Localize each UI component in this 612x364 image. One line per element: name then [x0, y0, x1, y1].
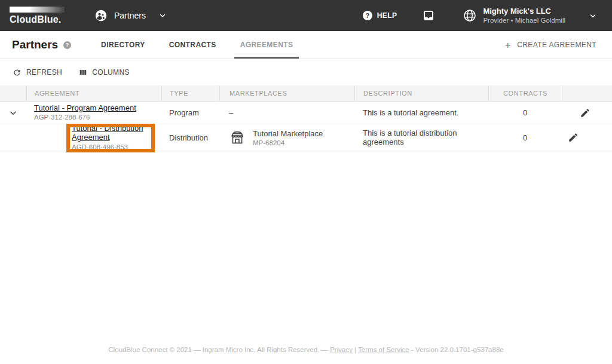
terms-of-service-link[interactable]: Terms of Service: [358, 346, 409, 353]
agreement-cell: Tutorial - Program Agreement AGP-312-288…: [26, 102, 161, 124]
table-row: Tutorial - Program Agreement AGP-312-288…: [0, 102, 612, 124]
logo-gradient-bar: [10, 7, 65, 13]
help-label: HELP: [377, 11, 397, 20]
chevron-down-icon: [9, 109, 17, 117]
columns-icon: [79, 68, 87, 77]
actions-cell: [562, 102, 612, 124]
account-subtitle: Provider • Michael Goldmill: [483, 16, 565, 25]
refresh-icon: [13, 68, 22, 77]
top-bar: CloudBlue. Partners ? HELP: [0, 0, 612, 31]
page-title: Partners: [12, 38, 58, 51]
marketplaces-cell: –: [219, 102, 354, 124]
column-header-description: DESCRIPTION: [354, 85, 488, 101]
agreements-table: AGREEMENT TYPE MARKETPLACES DESCRIPTION …: [0, 85, 612, 151]
columns-button[interactable]: COLUMNS: [79, 68, 130, 77]
help-question-icon: ?: [363, 11, 372, 20]
table-toolbar: REFRESH COLUMNS: [0, 59, 612, 85]
footer-version: - Version 22.0.1701-g537a88e: [411, 346, 504, 353]
page-help-icon[interactable]: ?: [63, 41, 71, 49]
topbar-right-group: ? HELP Mighty Mick's LLC Provider • Mich…: [363, 7, 612, 25]
tab-bar: DIRECTORY CONTRACTS AGREEMENTS: [95, 31, 311, 59]
storefront-icon: [229, 129, 246, 146]
column-header-type: TYPE: [161, 85, 219, 101]
account-text: Mighty Mick's LLC Provider • Michael Gol…: [483, 7, 565, 25]
privacy-link[interactable]: Privacy: [330, 346, 353, 353]
agreement-id: AGD-608-496-853: [72, 143, 161, 152]
module-label: Partners: [114, 11, 146, 20]
type-cell: Program: [161, 102, 219, 124]
tab-agreements[interactable]: AGREEMENTS: [234, 31, 299, 59]
footer-separator: |: [354, 346, 356, 353]
partners-module-icon: [94, 9, 108, 22]
column-header-contracts: CONTRACTS: [488, 85, 562, 101]
edit-icon[interactable]: [580, 108, 590, 118]
plus-icon: +: [505, 40, 511, 50]
globe-icon: [463, 8, 477, 23]
chevron-down-icon: [589, 12, 596, 19]
agreement-id: AGP-312-288-676: [34, 114, 136, 122]
page-footer: CloudBlue Connect © 2021 — Ingram Micro …: [0, 346, 612, 353]
account-name: Mighty Mick's LLC: [483, 7, 565, 16]
table-header-row: AGREEMENT TYPE MARKETPLACES DESCRIPTION …: [0, 85, 612, 102]
columns-label: COLUMNS: [92, 68, 130, 77]
description-cell: This is a tutorial distribution agreemen…: [354, 124, 488, 151]
tab-contracts[interactable]: CONTRACTS: [163, 31, 222, 59]
row-expand-spacer: [0, 124, 26, 151]
page-header: Partners ? DIRECTORY CONTRACTS AGREEMENT…: [0, 31, 612, 59]
tab-directory[interactable]: DIRECTORY: [95, 31, 151, 59]
column-header-agreement: AGREEMENT: [26, 85, 161, 101]
refresh-button[interactable]: REFRESH: [13, 68, 62, 77]
agreement-link[interactable]: Tutorial - Distribution Agreement: [72, 124, 143, 142]
footer-copyright: CloudBlue Connect © 2021 — Ingram Micro …: [108, 346, 328, 353]
contracts-cell: 0: [488, 124, 562, 151]
create-agreement-button[interactable]: + CREATE AGREEMENT: [505, 40, 596, 50]
refresh-label: REFRESH: [26, 68, 62, 77]
account-menu[interactable]: Mighty Mick's LLC Provider • Michael Gol…: [463, 7, 596, 25]
logo-text: CloudBlue.: [10, 14, 67, 25]
agreement-cell: Tutorial - Distribution Agreement AGD-60…: [26, 124, 161, 151]
description-cell: This is a tutorial agreement.: [354, 102, 488, 124]
cloudblue-logo: CloudBlue.: [10, 7, 67, 25]
column-header-expand: [0, 85, 26, 101]
row-expand-toggle[interactable]: [0, 102, 26, 124]
type-cell: Distribution: [161, 124, 219, 151]
column-header-marketplaces: MARKETPLACES: [219, 85, 354, 101]
contracts-cell: 0: [488, 102, 562, 124]
table-row: Tutorial - Distribution Agreement AGD-60…: [0, 124, 612, 151]
actions-cell: [562, 124, 612, 151]
agreement-link[interactable]: Tutorial - Program Agreement: [34, 103, 136, 112]
create-agreement-label: CREATE AGREEMENT: [517, 41, 596, 49]
chevron-down-icon: [159, 12, 166, 19]
marketplaces-cell: Tutorial Marketplace MP-68204: [219, 124, 354, 151]
edit-icon[interactable]: [568, 132, 579, 143]
inbox-icon[interactable]: [422, 9, 435, 22]
column-header-actions: [562, 85, 612, 101]
marketplace-id: MP-68204: [253, 139, 323, 146]
help-button[interactable]: ? HELP: [363, 11, 397, 20]
marketplace-name: Tutorial Marketplace: [253, 129, 323, 138]
module-switcher[interactable]: Partners: [94, 9, 166, 22]
